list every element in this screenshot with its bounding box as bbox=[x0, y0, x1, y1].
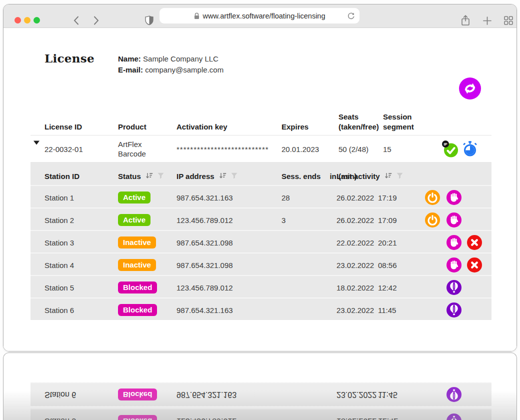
ip-check-button[interactable]: IP bbox=[442, 140, 458, 158]
new-tab-button[interactable] bbox=[480, 14, 494, 26]
x-icon bbox=[467, 258, 482, 272]
funnel-icon bbox=[231, 172, 238, 179]
col-last-activity: Last activity bbox=[336, 172, 403, 181]
activity-date: 23.02.2022 bbox=[336, 260, 374, 269]
page-title: License bbox=[44, 52, 94, 65]
status-badge: Blocked bbox=[118, 388, 157, 400]
lock-icon bbox=[194, 12, 200, 20]
sort-icon bbox=[219, 172, 226, 179]
license-row[interactable]: 22-0032-01 ArtFlexBarcode **************… bbox=[30, 135, 492, 162]
col-license-id: License ID bbox=[44, 122, 82, 132]
privacy-shield-button[interactable] bbox=[142, 14, 156, 26]
table-row: Station 1 Active 987.654.321.163 28 26.0… bbox=[30, 185, 492, 208]
power-icon bbox=[425, 212, 440, 228]
collapse-toggle[interactable] bbox=[34, 145, 40, 154]
hand-icon bbox=[446, 212, 462, 228]
table-row: Station 3 Inactive 987.654.321.098 22.02… bbox=[30, 230, 492, 254]
sort-icon bbox=[146, 172, 153, 179]
reload-button[interactable] bbox=[347, 12, 355, 22]
sort-status-button[interactable] bbox=[146, 172, 153, 181]
col-activation-key: Activation key bbox=[176, 122, 228, 132]
email-value: company@sample.com bbox=[145, 66, 224, 74]
col-ip-address: IP address bbox=[176, 172, 238, 181]
sort-icon bbox=[384, 172, 392, 179]
station-table-header: Station ID Status IP address Sess. endsi… bbox=[30, 162, 492, 185]
sess-ends: 3 bbox=[282, 216, 286, 224]
close-window-button[interactable] bbox=[14, 17, 21, 24]
license-table-header: License ID Product Activation key Expire… bbox=[30, 107, 492, 135]
sess-ends: 28 bbox=[282, 193, 290, 202]
share-button[interactable] bbox=[459, 14, 472, 26]
balloon-icon bbox=[446, 414, 462, 420]
share-icon bbox=[461, 15, 470, 26]
forward-button[interactable] bbox=[90, 15, 102, 26]
hand-icon bbox=[446, 235, 462, 250]
status-badge: Inactive bbox=[118, 236, 156, 248]
ip-address: 987.654.321.098 bbox=[176, 238, 233, 246]
activity-date: 22.02.2022 bbox=[336, 238, 374, 246]
end-session-button[interactable] bbox=[425, 190, 440, 205]
session-timer-button[interactable] bbox=[462, 140, 478, 158]
remove-station-button[interactable] bbox=[467, 235, 482, 250]
table-row: Station 4 Inactive 987.654.321.098 23.02… bbox=[30, 252, 492, 276]
table-row: Station 5 Blocked 123.456.789.012 18.02.… bbox=[30, 275, 492, 298]
filter-ip-button[interactable] bbox=[231, 172, 238, 181]
station-id: Station 5 bbox=[44, 283, 74, 292]
balloon-icon bbox=[446, 387, 462, 402]
sort-ip-button[interactable] bbox=[219, 172, 226, 181]
svg-text:IP: IP bbox=[444, 142, 447, 146]
status-badge: Inactive bbox=[118, 259, 156, 271]
x-icon bbox=[467, 235, 482, 250]
reload-icon bbox=[347, 12, 355, 20]
minimize-window-button[interactable] bbox=[24, 17, 30, 24]
plus-icon bbox=[483, 16, 492, 25]
filter-activity-button[interactable] bbox=[396, 172, 403, 181]
block-station-button[interactable] bbox=[446, 258, 462, 272]
license-segment: 15 bbox=[383, 145, 392, 154]
filter-status-button[interactable] bbox=[158, 172, 164, 181]
ip-check-icon: IP bbox=[442, 140, 458, 158]
ip-address: 987.654.321.163 bbox=[176, 390, 236, 399]
col-session-segment: Sessionsegment bbox=[383, 112, 414, 132]
funnel-icon bbox=[396, 172, 403, 179]
block-station-button[interactable] bbox=[446, 235, 462, 250]
activity-date: 18.02.2022 bbox=[336, 416, 376, 420]
address-bar[interactable]: www.artflex.software/floating-licensing bbox=[160, 8, 360, 24]
block-station-button[interactable] bbox=[446, 190, 462, 205]
page-content: License Name: Sample Company LLC E-mail:… bbox=[4, 28, 516, 351]
ip-address: 987.654.321.163 bbox=[176, 193, 233, 202]
hand-icon bbox=[446, 190, 462, 205]
zoom-window-button[interactable] bbox=[34, 17, 40, 24]
back-button[interactable] bbox=[70, 15, 82, 26]
activity-time: 11:45 bbox=[378, 390, 398, 399]
sort-activity-button[interactable] bbox=[384, 172, 392, 181]
station-id: Station 2 bbox=[44, 216, 74, 224]
owner-name-line: Name: Sample Company LLC bbox=[118, 54, 224, 64]
balloon-icon bbox=[446, 280, 462, 295]
reflection-window: Station 6 Blocked 987.654.321.163 23.02.… bbox=[3, 352, 517, 420]
power-icon bbox=[425, 190, 440, 205]
chevron-left-icon bbox=[74, 16, 79, 25]
email-label: E-mail: bbox=[118, 66, 143, 74]
table-row: Station 6 Blocked 987.654.321.163 23.02.… bbox=[30, 298, 492, 321]
release-station-button[interactable] bbox=[446, 280, 462, 295]
station-table: Station ID Status IP address Sess. endsi… bbox=[30, 162, 492, 320]
end-session-button[interactable] bbox=[425, 212, 440, 228]
col-seats: Seats(taken/free) bbox=[338, 112, 379, 132]
table-row-reflection: Station 6 Blocked 987.654.321.163 23.02.… bbox=[30, 382, 492, 406]
stopwatch-icon bbox=[462, 140, 478, 158]
hand-icon bbox=[446, 258, 462, 272]
release-station-button[interactable] bbox=[446, 302, 462, 318]
activity-time: 12:42 bbox=[378, 416, 398, 420]
ip-address: 987.654.321.098 bbox=[176, 260, 233, 269]
license-id: 22-0032-01 bbox=[44, 145, 83, 154]
refresh-button[interactable] bbox=[459, 78, 481, 100]
status-badge: Blocked bbox=[118, 282, 157, 294]
activity-date: 23.02.2022 bbox=[336, 306, 374, 314]
ip-address: 987.654.321.163 bbox=[176, 306, 233, 314]
remove-station-button[interactable] bbox=[467, 258, 482, 272]
caret-down-icon bbox=[34, 141, 40, 154]
block-station-button[interactable] bbox=[446, 212, 462, 228]
activity-date: 23.02.2022 bbox=[336, 390, 376, 399]
tab-overview-button[interactable] bbox=[502, 14, 515, 26]
